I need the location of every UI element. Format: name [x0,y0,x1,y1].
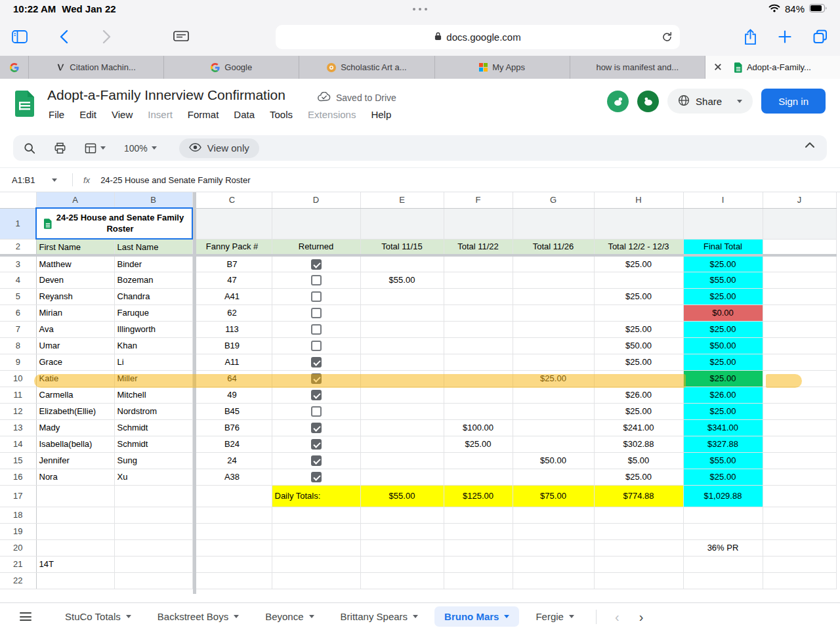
column-header-E[interactable]: E [360,192,444,208]
cell-A21[interactable]: 14T [36,556,114,572]
cell-F12[interactable] [444,403,513,419]
cell-J15[interactable] [763,452,836,469]
browser-tab-scholastic-art-a[interactable]: Scholastic Art a... [299,56,434,79]
cell-F2[interactable]: Total 11/22 [444,239,513,255]
cell-J17[interactable] [763,485,836,507]
view-only-button[interactable]: View only [179,138,259,158]
cell-H6[interactable] [594,304,683,321]
row-header-6[interactable]: 6 [0,304,36,321]
cell-I6[interactable]: $0.00 [683,304,763,321]
cell-E8[interactable] [360,337,444,354]
cell-F1[interactable] [444,208,513,239]
cell-D14[interactable] [272,436,360,452]
cell-C8[interactable]: B19 [192,337,272,354]
cell-E5[interactable] [360,288,444,304]
cell-H9[interactable]: $25.00 [594,354,683,370]
page-layout-icon[interactable] [173,30,189,43]
cell-D1[interactable] [272,208,360,239]
column-header-H[interactable]: H [594,192,683,208]
cell-C18[interactable] [192,507,272,523]
cell-G14[interactable] [513,436,594,452]
browser-tab-adopt-a-family[interactable]: Adopt-a-Family... [705,56,840,79]
cell-H4[interactable] [594,272,683,288]
cell-D2[interactable]: Returned [272,239,360,255]
cell-G18[interactable] [513,507,594,523]
unchecked-checkbox[interactable] [311,275,322,285]
cell-G20[interactable] [513,539,594,556]
cell-I9[interactable]: $25.00 [683,354,763,370]
cell-A7[interactable]: Ava [36,321,114,337]
cell-G3[interactable] [513,255,594,272]
checked-checkbox[interactable] [311,373,322,384]
sheet-tab-caret-icon[interactable] [126,615,131,618]
collapse-toolbar-icon[interactable] [805,142,815,148]
menu-format[interactable]: Format [188,109,219,120]
cell-F4[interactable] [444,272,513,288]
cell-F19[interactable] [444,523,513,539]
cell-E1[interactable] [360,208,444,239]
cell-H1[interactable] [594,208,683,239]
cell-A2[interactable]: First Name [36,239,114,255]
cell-A14[interactable]: Isabella(bella) [36,436,114,452]
cell-F18[interactable] [444,507,513,523]
cell-E16[interactable] [360,469,444,485]
forward-icon[interactable] [102,30,112,44]
cell-I4[interactable]: $55.00 [683,272,763,288]
column-header-C[interactable]: C [192,192,272,208]
cell-E15[interactable] [360,452,444,469]
row-header-3[interactable]: 3 [0,255,36,272]
column-header-B[interactable]: B [114,192,192,208]
cell-G6[interactable] [513,304,594,321]
cell-G15[interactable]: $50.00 [513,452,594,469]
row-header-13[interactable]: 13 [0,419,36,436]
cell-G22[interactable] [513,572,594,589]
cell-I8[interactable]: $50.00 [683,337,763,354]
cell-C22[interactable] [192,572,272,589]
cell-E20[interactable] [360,539,444,556]
cell-B19[interactable] [114,523,192,539]
all-sheets-menu-icon[interactable] [20,612,32,621]
cell-G2[interactable]: Total 11/26 [513,239,594,255]
cell-B20[interactable] [114,539,192,556]
cell-F20[interactable] [444,539,513,556]
sheet-tab-fergie[interactable]: Fergie [526,606,584,627]
row-header-1[interactable]: 1 [0,208,36,239]
cell-B10[interactable]: Miller [114,370,192,387]
cell-E4[interactable]: $55.00 [360,272,444,288]
cell-H3[interactable]: $25.00 [594,255,683,272]
cell-F7[interactable] [444,321,513,337]
cell-J9[interactable] [763,354,836,370]
cell-A8[interactable]: Umar [36,337,114,354]
cell-B4[interactable]: Bozeman [114,272,192,288]
row-header-16[interactable]: 16 [0,469,36,485]
cell-B5[interactable]: Chandra [114,288,192,304]
cell-I10[interactable]: $25.00 [683,370,763,387]
sheet-tab-caret-icon[interactable] [309,615,314,618]
cell-E21[interactable] [360,556,444,572]
sheet-tab-caret-icon[interactable] [234,615,239,618]
cell-H22[interactable] [594,572,683,589]
menu-help[interactable]: Help [371,109,391,120]
share-dropdown-icon[interactable] [737,100,742,103]
cell-G11[interactable] [513,387,594,403]
unchecked-checkbox[interactable] [311,324,322,335]
cell-B12[interactable]: Nordstrom [114,403,192,419]
row-header-4[interactable]: 4 [0,272,36,288]
cell-H10[interactable] [594,370,683,387]
cell-A22[interactable] [36,572,114,589]
anonymous-viewer-avatar[interactable] [607,91,629,112]
cell-A20[interactable] [36,539,114,556]
cell-I14[interactable]: $327.88 [683,436,763,452]
column-header-F[interactable]: F [444,192,513,208]
cell-J3[interactable] [763,255,836,272]
cell-H18[interactable] [594,507,683,523]
cell-D7[interactable] [272,321,360,337]
cell-D21[interactable] [272,556,360,572]
cell-I7[interactable]: $25.00 [683,321,763,337]
cell-J16[interactable] [763,469,836,485]
cell-G1[interactable] [513,208,594,239]
format-options-button[interactable] [85,143,106,154]
cell-C14[interactable]: B24 [192,436,272,452]
cell-G5[interactable] [513,288,594,304]
cell-G9[interactable] [513,354,594,370]
